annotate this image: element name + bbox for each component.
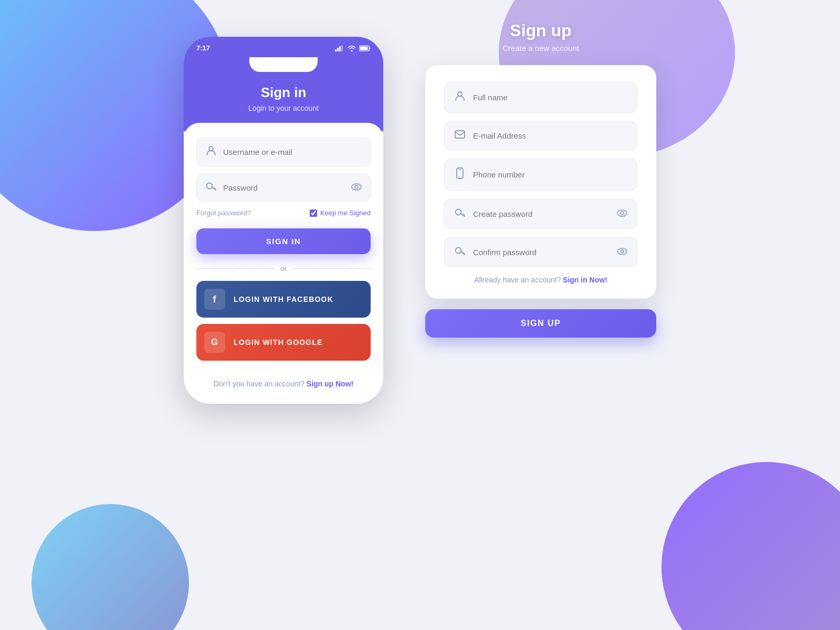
page-content: 7:17 [0, 0, 840, 630]
svg-rect-0 [335, 49, 337, 51]
svg-rect-12 [455, 131, 465, 138]
google-login-button[interactable]: G LOGIN WITH GOOGLE [196, 324, 371, 361]
signup-now-link[interactable]: Sign up Now! [307, 380, 353, 388]
phone-footer-text: Don't you have an account? [214, 380, 304, 388]
svg-point-9 [352, 184, 361, 190]
signup-wrapper: Sign up Create a new account [425, 21, 656, 338]
already-account-row: Allready have an account? Sign in Now! [444, 276, 637, 284]
signup-subtitle: Create a new account [502, 44, 579, 52]
svg-point-20 [621, 250, 624, 253]
email-field-container [444, 121, 637, 150]
svg-rect-6 [360, 46, 368, 50]
battery-icon [359, 45, 371, 51]
confirm-password-field-container [444, 237, 637, 267]
fullname-input[interactable] [473, 93, 627, 102]
svg-point-10 [355, 185, 358, 188]
or-line-left [196, 268, 274, 269]
svg-point-17 [621, 212, 624, 215]
svg-point-15 [456, 209, 461, 215]
keep-signed-label[interactable]: Keep me Signed [310, 209, 371, 217]
create-password-input[interactable] [473, 209, 617, 218]
svg-point-8 [207, 183, 213, 189]
svg-point-11 [458, 92, 462, 96]
status-icons [335, 45, 371, 51]
svg-point-16 [617, 210, 627, 216]
signup-title: Sign up [502, 21, 579, 40]
phone-time: 7:17 [196, 44, 210, 52]
google-icon: G [204, 332, 225, 353]
or-divider: or [196, 265, 371, 272]
confirm-password-key-icon [454, 246, 466, 258]
or-line-right [293, 268, 371, 269]
phone-status-bar: 7:17 [196, 44, 371, 57]
key-icon [205, 182, 217, 194]
create-password-field-container [444, 199, 637, 229]
create-password-key-icon [454, 208, 466, 220]
phone-icon [454, 167, 466, 182]
signin-title: Sign in [194, 85, 373, 101]
forgot-password-text[interactable]: Forgot password? [196, 209, 251, 217]
confirm-password-input[interactable] [473, 248, 617, 257]
signin-button[interactable]: SIGN IN [196, 228, 371, 254]
svg-point-19 [617, 248, 627, 255]
already-account-text: Allready have an account? [474, 276, 561, 284]
svg-point-7 [209, 146, 213, 151]
svg-rect-1 [337, 48, 339, 51]
email-icon [454, 130, 466, 141]
facebook-login-button[interactable]: f LOGIN WITH FACEBOOK [196, 281, 371, 318]
username-input[interactable] [223, 148, 362, 156]
phone-notch [249, 57, 318, 72]
signup-button[interactable]: SIGN UP [425, 309, 656, 338]
signin-now-link[interactable]: Sign in Now! [563, 276, 607, 284]
svg-rect-3 [341, 45, 343, 51]
phone-mockup-wrapper: 7:17 [184, 37, 383, 404]
phone-footer: Don't you have an account? Sign up Now! [184, 371, 383, 388]
phone-mockup: 7:17 [184, 37, 383, 404]
password-input[interactable] [223, 183, 351, 192]
svg-point-18 [456, 248, 461, 254]
keep-signed-checkbox[interactable] [310, 209, 317, 217]
password-eye-icon[interactable] [351, 183, 362, 193]
signup-card: Allready have an account? Sign in Now! [425, 65, 656, 299]
phone-field-container [444, 159, 637, 191]
user-icon [205, 145, 217, 159]
create-password-eye-icon[interactable] [617, 209, 627, 219]
signal-icon [335, 45, 344, 51]
confirm-password-eye-icon[interactable] [617, 248, 627, 257]
username-field-container [196, 138, 371, 166]
phone-body: Forgot password? Keep me Signed SIGN IN … [184, 123, 383, 371]
forgot-row: Forgot password? Keep me Signed [196, 209, 371, 217]
phone-notch-area: 7:17 [184, 37, 383, 72]
email-input[interactable] [473, 131, 627, 140]
svg-rect-2 [339, 46, 341, 51]
wifi-icon [348, 45, 356, 51]
fullname-user-icon [454, 91, 466, 104]
signup-header: Sign up Create a new account [502, 21, 579, 52]
svg-point-14 [459, 177, 460, 178]
svg-rect-5 [370, 47, 371, 49]
fullname-field-container [444, 82, 637, 113]
phone-input[interactable] [473, 170, 627, 179]
signin-subtitle: Login to your account [194, 104, 373, 112]
facebook-icon: f [204, 289, 225, 310]
password-field-container [196, 174, 371, 202]
